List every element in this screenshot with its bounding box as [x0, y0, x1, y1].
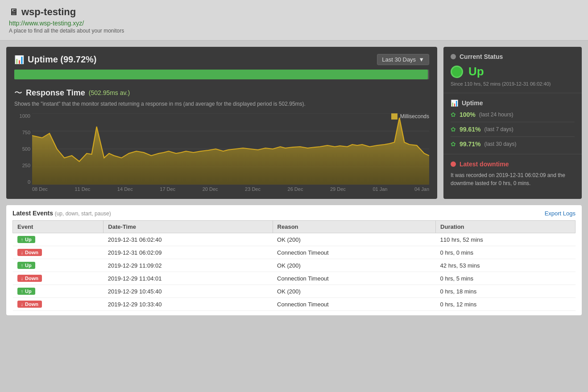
uptime-stats-title: 📊 Uptime [451, 99, 575, 107]
response-avg: (502.95ms av.) [89, 89, 130, 96]
uptime-header: 📊 Uptime (99.72%) Last 30 Days ▼ [14, 54, 429, 65]
table-row: ↑ Up 2019-12-31 06:02:40 OK (200) 110 hr… [13, 233, 576, 246]
uptime-title: 📊 Uptime (99.72%) [14, 54, 97, 65]
dashboard-row: 📊 Uptime (99.72%) Last 30 Days ▼ 〜 Respo… [6, 47, 582, 199]
events-header: Latest Events (up, down, start, pause) E… [12, 210, 576, 217]
datetime-cell: 2019-12-29 10:33:40 [104, 298, 273, 311]
event-badge: ↓ Down [17, 249, 42, 256]
reason-cell: OK (200) [273, 259, 436, 272]
table-row: ↓ Down 2019-12-29 10:33:40 Connection Ti… [13, 298, 576, 311]
table-row: ↓ Down 2019-12-29 11:04:01 Connection Ti… [13, 272, 576, 285]
y-label-1000: 1000 [14, 113, 30, 119]
response-chart [32, 113, 429, 185]
chart-container: Milliseconds 1000 750 500 250 0 [14, 113, 429, 192]
left-panel: 📊 Uptime (99.72%) Last 30 Days ▼ 〜 Respo… [6, 47, 437, 199]
latest-downtime-section: Latest downtime It was recorded on 2019-… [443, 154, 582, 194]
col-reason: Reason [273, 221, 436, 233]
events-title: Latest Events [12, 210, 53, 217]
export-logs-link[interactable]: Export Logs [545, 210, 576, 217]
reason-cell: OK (200) [273, 285, 436, 298]
x-label-14dec: 14 Dec [117, 186, 133, 192]
event-badge: ↑ Up [17, 288, 35, 295]
period-dropdown[interactable]: Last 30 Days ▼ [377, 54, 429, 65]
table-row: ↓ Down 2019-12-31 06:02:09 Connection Ti… [13, 246, 576, 259]
x-label-01jan: 01 Jan [373, 186, 387, 192]
event-cell: ↓ Down [13, 272, 104, 285]
event-arrow-icon: ↓ [21, 250, 24, 255]
green-star-icon-2: ✿ [451, 126, 456, 133]
x-label-08dec: 08 Dec [32, 186, 48, 192]
table-row: ↑ Up 2019-12-29 11:09:02 OK (200) 42 hrs… [13, 259, 576, 272]
event-arrow-icon: ↓ [21, 276, 24, 281]
site-subtitle: A place to find all the details about yo… [9, 28, 579, 34]
col-duration: Duration [436, 221, 576, 233]
event-arrow-icon: ↑ [21, 289, 24, 294]
uptime-item-24h: ✿ 100% (last 24 hours) [451, 111, 575, 122]
col-datetime: Date-Time [104, 221, 273, 233]
monitor-icon: 🖥 [9, 7, 18, 17]
uptime-bar-container [14, 70, 429, 79]
table-row: ↑ Up 2019-12-29 10:45:40 OK (200) 0 hrs,… [13, 285, 576, 298]
event-cell: ↑ Up [13, 259, 104, 272]
chart-wrapper: 1000 750 500 250 0 [14, 113, 429, 185]
events-title-group: Latest Events (up, down, start, pause) [12, 210, 111, 217]
bar-chart-icon: 📊 [14, 55, 24, 65]
y-label-250: 250 [14, 163, 30, 168]
event-badge: ↑ Up [17, 236, 35, 243]
current-status-title: Current Status [460, 53, 503, 60]
downtime-desc: It was recorded on 2019-12-31 06:02:09 a… [451, 171, 575, 187]
uptime-stats-section: 📊 Uptime ✿ 100% (last 24 hours) ✿ 99.61%… [443, 93, 582, 154]
right-panel: Current Status Up Since 110 hrs, 52 mins… [443, 47, 582, 199]
x-label-23dec: 23 Dec [245, 186, 261, 192]
main-content: 📊 Uptime (99.72%) Last 30 Days ▼ 〜 Respo… [0, 41, 588, 322]
status-since: Since 110 hrs, 52 mins (2019-12-31 06:02… [451, 81, 575, 87]
green-star-icon-3: ✿ [451, 140, 456, 148]
site-url[interactable]: http://www.wsp-testing.xyz/ [9, 20, 579, 27]
status-up-row: Up [451, 65, 575, 78]
current-status-section: Current Status Up Since 110 hrs, 52 mins… [443, 47, 582, 93]
latest-downtime-title: Latest downtime [451, 161, 575, 168]
event-badge: ↓ Down [17, 275, 42, 282]
period-label: Last 30 Days [382, 56, 416, 63]
response-title: Response Time [26, 88, 85, 98]
duration-cell: 0 hrs, 5 mins [436, 272, 576, 285]
event-badge: ↑ Up [17, 262, 35, 269]
datetime-cell: 2019-12-29 11:09:02 [104, 259, 273, 272]
status-indicator-icon [451, 54, 456, 59]
uptime-label: Uptime (99.72%) [28, 54, 97, 65]
bar-icon-small: 📊 [451, 99, 458, 107]
reason-cell: OK (200) [273, 233, 436, 246]
header: 🖥 wsp-testing http://www.wsp-testing.xyz… [0, 0, 588, 41]
page-title: 🖥 wsp-testing [9, 6, 579, 18]
site-name: wsp-testing [21, 6, 76, 18]
reason-cell: Connection Timeout [273, 298, 436, 311]
event-arrow-icon: ↑ [21, 237, 24, 242]
table-header-row: Event Date-Time Reason Duration [13, 221, 576, 233]
event-cell: ↓ Down [13, 246, 104, 259]
events-subtitle: (up, down, start, pause) [55, 210, 111, 217]
x-label-20dec: 20 Dec [203, 186, 218, 192]
response-desc: Shows the "instant" that the monitor sta… [14, 101, 429, 107]
status-up-label: Up [468, 65, 484, 78]
chart-x-labels: 08 Dec 11 Dec 14 Dec 17 Dec 20 Dec 23 De… [14, 186, 429, 192]
duration-cell: 0 hrs, 18 mins [436, 285, 576, 298]
uptime-item-30d: ✿ 99.71% (last 30 days) [451, 140, 575, 148]
duration-cell: 0 hrs, 12 mins [436, 298, 576, 311]
reason-cell: Connection Timeout [273, 246, 436, 259]
y-label-750: 750 [14, 130, 30, 135]
events-section: Latest Events (up, down, start, pause) E… [6, 205, 582, 315]
x-label-26dec: 26 Dec [288, 186, 303, 192]
reason-cell: Connection Timeout [273, 272, 436, 285]
event-arrow-icon: ↓ [21, 301, 24, 307]
datetime-cell: 2019-12-31 06:02:09 [104, 246, 273, 259]
y-label-500: 500 [14, 146, 30, 152]
x-label-11dec: 11 Dec [75, 186, 90, 192]
datetime-cell: 2019-12-31 06:02:40 [104, 233, 273, 246]
duration-cell: 42 hrs, 53 mins [436, 259, 576, 272]
duration-cell: 110 hrs, 52 mins [436, 233, 576, 246]
svg-marker-5 [32, 118, 429, 185]
response-icon: 〜 [14, 87, 22, 98]
uptime-bar-fill [14, 70, 428, 79]
downtime-dot-icon [451, 161, 456, 167]
chevron-down-icon: ▼ [418, 56, 424, 63]
